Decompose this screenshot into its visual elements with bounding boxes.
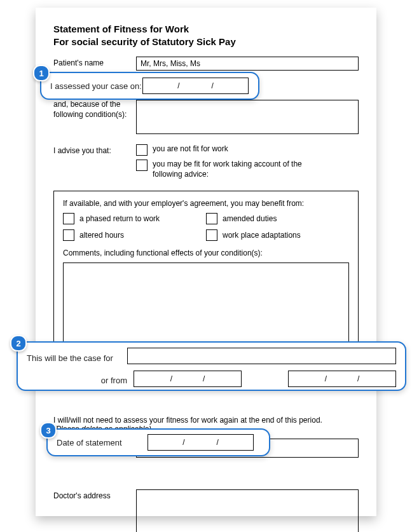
date-slash: / xyxy=(217,438,219,447)
checkbox-altered-hours[interactable] xyxy=(63,229,74,241)
option-not-fit: you are not fit for work xyxy=(153,144,228,156)
benefit-amended-duties: amended duties xyxy=(223,214,277,223)
comments-field[interactable] xyxy=(63,263,349,353)
checkbox-phased-return[interactable] xyxy=(63,213,74,224)
date-slash: / xyxy=(203,374,205,383)
address-label: Doctor's address xyxy=(53,489,136,532)
conditions-row: and, because of the following condition(… xyxy=(53,100,359,134)
date-slash: / xyxy=(325,374,327,383)
benefit-phased-return: a phased return to work xyxy=(79,214,160,223)
checkbox-not-fit[interactable] xyxy=(136,144,148,156)
assessed-label: I assessed your case on: xyxy=(50,81,142,91)
patient-name-field[interactable]: Mr, Mrs, Miss, Ms xyxy=(136,57,359,71)
checkbox-may-be-fit[interactable] xyxy=(136,160,148,171)
advise-label: I advise you that: xyxy=(53,144,136,155)
benefit-panel: If available, and with your employer's a… xyxy=(53,191,359,360)
case-for-label: This will be the case for xyxy=(27,350,127,363)
case-for-field[interactable] xyxy=(127,348,396,364)
callout-badge-3: 3 xyxy=(40,422,57,439)
date-slash: / xyxy=(182,438,184,447)
callout-badge-1: 1 xyxy=(33,65,50,81)
benefit-altered-hours: altered hours xyxy=(79,231,124,240)
patient-name-row: Patient's name Mr, Mrs, Miss, Ms xyxy=(53,57,359,71)
title-line-2: For social security of Statutory Sick Pa… xyxy=(53,36,359,48)
checkbox-workplace-adaptations[interactable] xyxy=(206,229,217,241)
date-slash: / xyxy=(212,81,214,90)
benefit-header: If available, and with your employer's a… xyxy=(63,199,349,208)
conditions-label: and, because of the following condition(… xyxy=(53,100,136,134)
callout-3: Date of statement // xyxy=(46,428,270,456)
patient-name-label: Patient's name xyxy=(53,57,136,71)
comments-label: Comments, including functional effects o… xyxy=(63,249,349,257)
option-may-be-fit: you may be fit for work taking account o… xyxy=(153,160,305,179)
conditions-field[interactable] xyxy=(136,100,359,134)
address-field[interactable] xyxy=(136,489,359,532)
date-statement-field[interactable]: // xyxy=(148,434,254,451)
benefit-workplace-adaptations: work place adaptations xyxy=(223,231,301,240)
date-statement-label: Date of statement xyxy=(57,438,148,447)
assessed-date-field[interactable]: // xyxy=(142,78,249,94)
title-line-1: Statement of Fitness for Work xyxy=(53,23,359,36)
callout-1: I assessed your case on: // xyxy=(40,72,259,100)
date-slash: / xyxy=(357,374,359,383)
from-date-field[interactable]: // xyxy=(134,371,242,387)
callout-badge-2: 2 xyxy=(10,335,27,351)
date-slash: / xyxy=(170,374,172,383)
callout-2: This will be the case for or from // // xyxy=(17,341,406,391)
to-date-field[interactable]: // xyxy=(288,371,396,387)
date-slash: / xyxy=(177,81,179,90)
checkbox-amended-duties[interactable] xyxy=(206,213,217,224)
reassess-line: I will/will not need to assess your fitn… xyxy=(53,416,359,425)
or-from-label: or from xyxy=(27,373,134,385)
